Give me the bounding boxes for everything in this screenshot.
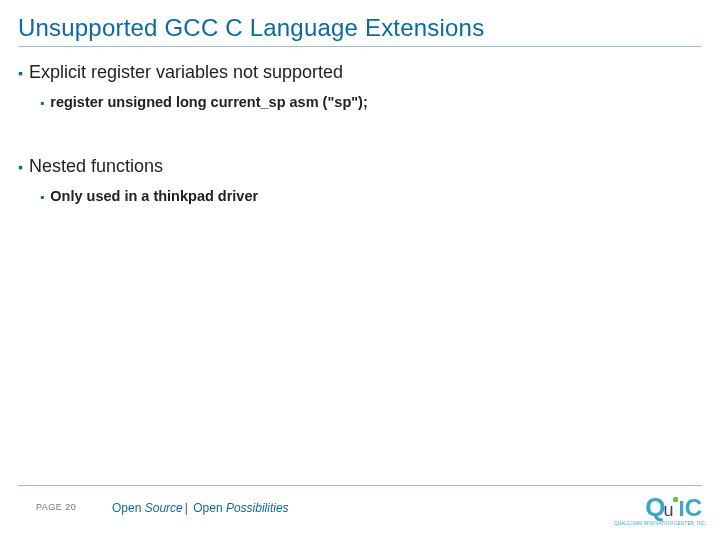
- tagline-divider: |: [185, 501, 188, 515]
- logo-subtitle: QUALCOMM INNOVATION CENTER, INC.: [614, 521, 702, 526]
- content-area: ▪ Explicit register variables not suppor…: [18, 62, 702, 232]
- logo-graphic: QuIC: [614, 492, 702, 523]
- page-number: PAGE 20: [36, 502, 76, 512]
- tagline-segment: Open: [190, 501, 226, 515]
- slide: Unsupported GCC C Language Extensions ▪ …: [0, 0, 720, 540]
- quic-logo: QuIC QUALCOMM INNOVATION CENTER, INC.: [614, 492, 702, 526]
- logo-letter-q: Q: [645, 492, 663, 523]
- bullet-text: Nested functions: [29, 156, 163, 177]
- tagline-segment-italic: Source: [145, 501, 183, 515]
- tagline-segment: Open: [112, 501, 145, 515]
- bullet-level1: ▪ Explicit register variables not suppor…: [18, 62, 702, 84]
- bullet-level2: ▪ Only used in a thinkpad driver: [40, 188, 702, 206]
- bullet-text: Only used in a thinkpad driver: [50, 188, 258, 204]
- title-divider: [18, 46, 702, 47]
- bullet-icon: ▪: [40, 188, 44, 206]
- logo-letter-u: u: [664, 500, 674, 521]
- logo-letter-c: C: [685, 494, 702, 522]
- bullet-icon: ▪: [40, 94, 44, 112]
- bullet-icon: ▪: [18, 62, 23, 84]
- bullet-text: register unsigned long current_sp asm ("…: [50, 94, 368, 110]
- bullet-icon: ▪: [18, 156, 23, 178]
- bullet-level2: ▪ register unsigned long current_sp asm …: [40, 94, 702, 112]
- tagline-segment-italic: Possibilities: [226, 501, 289, 515]
- footer-divider: [18, 485, 702, 486]
- bullet-level1: ▪ Nested functions: [18, 156, 702, 178]
- footer-tagline: Open Source| Open Possibilities: [112, 501, 289, 515]
- logo-dot-icon: [673, 497, 678, 502]
- slide-title: Unsupported GCC C Language Extensions: [18, 14, 484, 42]
- bullet-text: Explicit register variables not supporte…: [29, 62, 343, 83]
